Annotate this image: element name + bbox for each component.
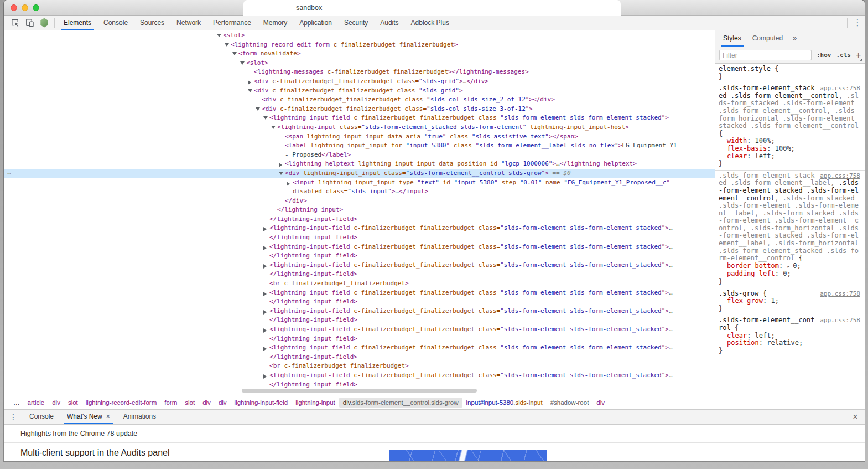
- css-property[interactable]: clear: left;: [719, 332, 860, 340]
- css-property[interactable]: position: relative;: [719, 339, 860, 347]
- breadcrumb-item[interactable]: input#input-5380.slds-input: [462, 398, 547, 408]
- style-rule[interactable]: app.css:758.slds-form-element_stacked .s…: [715, 171, 865, 288]
- dom-tree-node[interactable]: <lightning-input class="slds-form-elemen…: [4, 123, 715, 132]
- dom-tree-node[interactable]: </lightning-input-field>: [4, 334, 715, 344]
- panel-tab-performance[interactable]: Performance: [207, 16, 257, 30]
- dom-tree-node[interactable]: <lightning-input-field c-finalizerbudget…: [4, 114, 715, 123]
- style-rule[interactable]: app.css:758.slds-grow {flex-grow: 1;}: [715, 288, 865, 316]
- styles-filter-input[interactable]: [719, 50, 812, 60]
- css-property[interactable]: clear: left;: [719, 153, 860, 161]
- inspect-element-icon[interactable]: [8, 16, 23, 30]
- dom-tree-node[interactable]: </lightning-input-field>: [4, 353, 715, 362]
- expand-arrow-open-icon[interactable]: [271, 126, 276, 129]
- expand-arrow-closed-icon[interactable]: [279, 163, 282, 167]
- breadcrumb-item[interactable]: article: [24, 398, 49, 408]
- close-drawer-icon[interactable]: ×: [846, 410, 865, 424]
- dom-tree-node[interactable]: </lightning-input-field>: [4, 316, 715, 325]
- stylesheet-source-link[interactable]: app.css:758: [820, 317, 860, 324]
- panel-tab-audits[interactable]: Audits: [374, 16, 404, 30]
- dom-tree-node[interactable]: </lightning-input-field>: [4, 251, 715, 261]
- dom-tree-node[interactable]: <lightning-input-field c-finalizerbudget…: [4, 288, 715, 298]
- dom-tree-node-selected[interactable]: ⋯<div lightning-input_input class="slds-…: [4, 169, 715, 178]
- stylesheet-source-link[interactable]: app.css:758: [820, 85, 860, 92]
- expand-arrow-closed-icon[interactable]: [263, 310, 267, 315]
- dom-tree-node[interactable]: <lightning-input-field c-finalizerbudget…: [4, 261, 715, 270]
- dom-tree-node[interactable]: - Proposed</label>: [4, 151, 715, 160]
- dom-tree-node[interactable]: <slot>: [4, 59, 715, 68]
- expand-arrow-closed-icon[interactable]: [263, 227, 267, 231]
- dom-tree-node[interactable]: <lightning-messages c-finalizerbudget_fi…: [4, 68, 715, 77]
- css-property[interactable]: border-bottom: ▸ 0;: [719, 262, 860, 271]
- shorthand-expand-icon[interactable]: ▸: [787, 264, 793, 269]
- breadcrumb-item[interactable]: lightning-input-field: [231, 398, 292, 408]
- element-classes-button[interactable]: .cls: [836, 51, 851, 59]
- dom-tree-node[interactable]: </div>: [4, 197, 715, 206]
- dom-tree-node[interactable]: </lightning-input-field>: [4, 270, 715, 279]
- breadcrumb-item[interactable]: …: [9, 398, 24, 408]
- panel-tab-sources[interactable]: Sources: [134, 16, 170, 30]
- panel-tab-application[interactable]: Application: [293, 16, 338, 30]
- style-rule[interactable]: element.style {}: [715, 64, 865, 83]
- breadcrumb-item[interactable]: div.slds-form-element__control.slds-grow: [339, 398, 462, 408]
- expand-arrow-open-icon[interactable]: [248, 89, 252, 92]
- dom-tree-node[interactable]: disabled class="slds-input">…</input>: [4, 187, 715, 197]
- dom-tree-node[interactable]: <lightning-input-field c-finalizerbudget…: [4, 371, 715, 380]
- css-property[interactable]: width: 100%;: [719, 137, 860, 145]
- expand-arrow-open-icon[interactable]: [217, 34, 221, 37]
- expand-arrow-closed-icon[interactable]: [263, 347, 267, 351]
- stylesheet-source-link[interactable]: app.css:758: [820, 290, 860, 298]
- main-menu-kebab-icon[interactable]: ⋮: [850, 18, 865, 28]
- horizontal-scrollbar[interactable]: [242, 389, 477, 393]
- dom-tree-node[interactable]: </lightning-input-field>: [4, 380, 715, 390]
- dom-tree-node[interactable]: <lightning-record-edit-form c-finalizerb…: [4, 40, 715, 50]
- expand-arrow-closed-icon[interactable]: [263, 292, 267, 296]
- dom-tree-node[interactable]: <lightning-input-field c-finalizerbudget…: [4, 325, 715, 334]
- drawer-tab-animations[interactable]: Animations: [117, 410, 163, 424]
- dom-tree-node[interactable]: <slot>: [4, 31, 715, 40]
- drawer-tab-what-s-new[interactable]: What's New×: [60, 410, 117, 424]
- style-rule[interactable]: app.css:758.slds-form-element_stacked .s…: [715, 83, 865, 171]
- dom-tree-node[interactable]: </lightning-input>: [4, 205, 715, 215]
- dom-tree-node[interactable]: </lightning-input-field>: [4, 215, 715, 224]
- breadcrumb-item[interactable]: div: [48, 398, 64, 408]
- breadcrumb-item[interactable]: div: [592, 398, 609, 408]
- toggle-element-state-button[interactable]: :hov: [817, 51, 831, 59]
- sidebar-tab-styles[interactable]: Styles: [718, 30, 747, 47]
- dom-tree-node[interactable]: <form novalidate>: [4, 49, 715, 59]
- expand-arrow-open-icon[interactable]: [256, 107, 260, 111]
- breadcrumb-item[interactable]: slot: [181, 398, 199, 408]
- more-tabs-icon[interactable]: »: [789, 30, 800, 47]
- dom-tree-node[interactable]: </lightning-input-field>: [4, 233, 715, 243]
- expand-arrow-open-icon[interactable]: [240, 61, 245, 65]
- expand-arrow-closed-icon[interactable]: [287, 182, 290, 186]
- drawer-menu-kebab-icon[interactable]: ⋮: [4, 410, 23, 424]
- drawer-tab-console[interactable]: Console: [23, 410, 60, 424]
- breadcrumb-item[interactable]: div: [215, 398, 231, 408]
- whats-new-heading[interactable]: Multi-client support in the Audits panel: [20, 448, 169, 458]
- dom-tree-node[interactable]: <lightning-input-field c-finalizerbudget…: [4, 307, 715, 316]
- breadcrumb-item[interactable]: form: [160, 398, 181, 408]
- panel-tab-memory[interactable]: Memory: [257, 16, 293, 30]
- close-tab-icon[interactable]: ×: [106, 413, 110, 420]
- expand-arrow-open-icon[interactable]: [279, 172, 283, 175]
- dom-tree-node[interactable]: <br c-finalizerbudget_finalizerbudget>: [4, 362, 715, 371]
- dom-tree-node[interactable]: <div c-finalizerbudget_finalizerbudget c…: [4, 105, 715, 114]
- dom-tree-node[interactable]: <div c-finalizerbudget_finalizerbudget c…: [4, 77, 715, 86]
- css-property[interactable]: flex-basis: 100%;: [719, 145, 860, 153]
- expand-arrow-closed-icon[interactable]: [263, 246, 267, 250]
- breadcrumb-item[interactable]: div: [199, 398, 215, 408]
- expand-arrow-open-icon[interactable]: [232, 52, 237, 55]
- dom-tree-node[interactable]: <br c-finalizerbudget_finalizerbudget>: [4, 279, 715, 288]
- breadcrumb-item[interactable]: slot: [64, 398, 82, 408]
- css-property[interactable]: flex-grow: 1;: [719, 297, 860, 305]
- zoom-window-button[interactable]: [33, 4, 39, 11]
- dom-tree-node[interactable]: <lightning-input-field c-finalizerbudget…: [4, 243, 715, 252]
- stylesheet-source-link[interactable]: app.css:758: [820, 172, 860, 180]
- dom-tree-node[interactable]: <input lightning-input_input type="text"…: [4, 178, 715, 188]
- dom-tree-node[interactable]: <span lightning-input_input data-aria="t…: [4, 132, 715, 142]
- panel-tab-console[interactable]: Console: [97, 16, 134, 30]
- close-window-button[interactable]: [11, 4, 17, 11]
- dom-tree-node[interactable]: <lightning-helptext lightning-input_inpu…: [4, 159, 715, 169]
- expand-arrow-open-icon[interactable]: [225, 43, 229, 47]
- device-toolbar-icon[interactable]: [23, 16, 37, 30]
